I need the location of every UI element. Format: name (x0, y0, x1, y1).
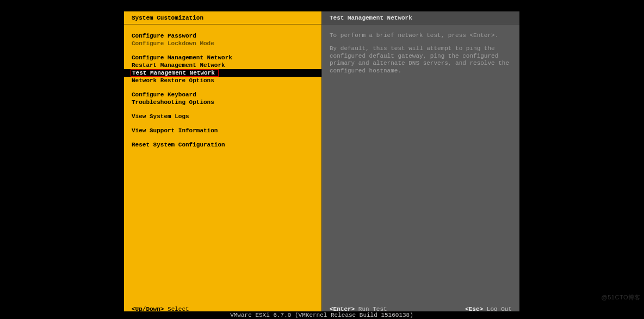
panels: System Customization Configure PasswordC… (123, 11, 520, 316)
menu-group: View Support Information (132, 127, 314, 134)
menu-list[interactable]: Configure PasswordConfigure Lockdown Mod… (124, 24, 321, 303)
left-panel-title: System Customization (124, 11, 321, 24)
description-line-2: By default, this test will attempt to pi… (330, 45, 512, 75)
menu-item[interactable]: Troubleshooting Options (132, 99, 314, 106)
menu-group: Configure KeyboardTroubleshooting Option… (132, 91, 314, 106)
menu-group: Configure PasswordConfigure Lockdown Mod… (132, 32, 314, 47)
watermark: @51CTO博客 (602, 293, 641, 302)
right-panel-title: Test Management Network (322, 11, 519, 24)
description-body: To perform a brief network test, press <… (322, 24, 519, 303)
menu-group: Configure Management NetworkRestart Mana… (132, 54, 314, 84)
menu-item-selected[interactable]: Test Management Network (124, 69, 321, 77)
menu-item[interactable]: Configure Keyboard (132, 91, 314, 99)
menu-item[interactable]: Reset System Configuration (132, 141, 314, 149)
menu-item[interactable]: Network Restore Options (132, 77, 314, 84)
left-panel: System Customization Configure PasswordC… (124, 11, 322, 315)
menu-group: View System Logs (132, 113, 314, 120)
menu-item[interactable]: Restart Management Network (132, 62, 314, 69)
right-panel: Test Management Network To perform a bri… (322, 11, 519, 315)
menu-group: Reset System Configuration (132, 141, 314, 149)
selected-highlight[interactable]: Test Management Network (131, 69, 219, 77)
description-line-1: To perform a brief network test, press <… (330, 32, 512, 40)
status-bar-version: VMware ESXi 6.7.0 (VMKernel Release Buil… (123, 311, 520, 319)
menu-item[interactable]: Configure Management Network (132, 54, 314, 62)
dcui-console: System Customization Configure PasswordC… (123, 11, 520, 316)
menu-item[interactable]: View System Logs (132, 113, 314, 120)
menu-item[interactable]: View Support Information (132, 127, 314, 134)
menu-item: Configure Lockdown Mode (132, 40, 314, 47)
menu-item[interactable]: Configure Password (132, 32, 314, 40)
